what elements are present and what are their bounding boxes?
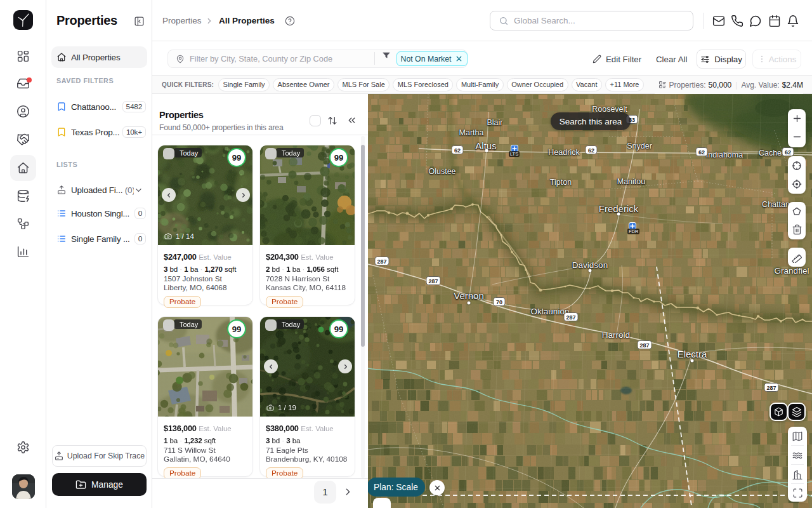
svg-text:62: 62 <box>454 147 461 154</box>
svg-text:287: 287 <box>377 258 386 265</box>
svg-text:70: 70 <box>496 299 502 305</box>
svg-text:62: 62 <box>785 149 791 156</box>
svg-text:287: 287 <box>639 342 649 349</box>
svg-text:62: 62 <box>588 147 594 154</box>
svg-text:287: 287 <box>428 278 438 284</box>
svg-text:287: 287 <box>766 385 776 391</box>
svg-text:287: 287 <box>566 314 575 321</box>
svg-text:62: 62 <box>698 149 705 156</box>
